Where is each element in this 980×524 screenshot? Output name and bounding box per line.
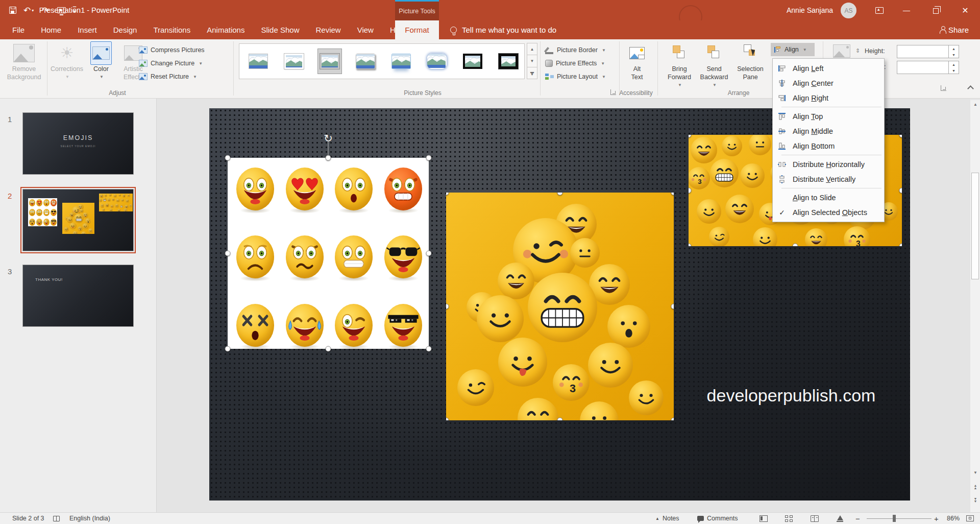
reset-picture-button[interactable]: Reset Picture▼ xyxy=(139,70,197,83)
zoom-in-button[interactable]: + xyxy=(934,513,939,524)
selection-handle[interactable] xyxy=(446,193,449,196)
language-indicator[interactable]: English (India) xyxy=(69,513,110,524)
selection-handle[interactable] xyxy=(557,418,563,421)
selection-handle[interactable] xyxy=(426,251,432,256)
vertical-scrollbar[interactable]: ▲ ▼ ▲▲ ▼▼ xyxy=(970,100,980,512)
alt-text-button[interactable]: Alt Text xyxy=(624,41,650,81)
color-button[interactable]: Color▼ xyxy=(88,41,114,81)
size-dialog-launcher-icon[interactable] xyxy=(941,85,946,91)
align-button[interactable]: Align▼ xyxy=(771,43,815,56)
picture-style-metal-frame[interactable] xyxy=(318,49,341,74)
picture-style-soft-edge[interactable] xyxy=(425,49,449,74)
selection-pane-button[interactable]: Selection Pane xyxy=(734,41,767,81)
emoji-grid-image[interactable]: ↻ xyxy=(228,158,429,349)
zoom-level[interactable]: 86% xyxy=(947,513,960,524)
selection-handle[interactable] xyxy=(225,251,231,256)
notes-button[interactable]: ▲Notes xyxy=(655,513,679,524)
picture-style-white-frame[interactable] xyxy=(282,49,306,74)
selection-handle[interactable] xyxy=(446,418,449,421)
tab-view[interactable]: View xyxy=(349,20,382,39)
menu-item-align-center[interactable]: Align Center xyxy=(773,76,884,90)
tab-review[interactable]: Review xyxy=(307,20,349,39)
selection-handle[interactable] xyxy=(426,155,432,161)
ribbon-display-options-icon[interactable] xyxy=(868,0,891,20)
send-backward-button[interactable]: Send Backward▼ xyxy=(697,41,731,89)
picture-styles-gallery[interactable] xyxy=(239,43,525,79)
tab-transitions[interactable]: Transitions xyxy=(145,20,199,39)
selection-handle[interactable] xyxy=(793,244,798,247)
selection-handle[interactable] xyxy=(671,193,674,196)
menu-item-distribute-vertically[interactable]: Distribute Vertically xyxy=(773,172,884,186)
selection-handle[interactable] xyxy=(689,188,692,194)
menu-item-align-right[interactable]: Align Right xyxy=(773,90,884,105)
menu-item-distribute-horizontally[interactable]: Distribute Horizontally xyxy=(773,157,884,172)
gallery-scroll[interactable]: ▲ ▼ ▬▼ xyxy=(527,43,537,79)
spellcheck-icon[interactable] xyxy=(53,513,60,524)
slide-thumbnail-2[interactable]: 333 xyxy=(22,189,134,251)
rotate-handle[interactable]: ↻ xyxy=(324,133,333,144)
picture-effects-button[interactable]: Picture Effects▼ xyxy=(545,57,605,69)
view-reading-icon[interactable] xyxy=(811,513,819,524)
menu-item-align-selected-objects[interactable]: ✓Align Selected Objects xyxy=(773,205,884,220)
menu-item-align-top[interactable]: Align Top xyxy=(773,109,884,124)
close-button[interactable]: ✕ xyxy=(953,0,977,20)
tab-home[interactable]: Home xyxy=(33,20,69,39)
picture-style-simple-frame[interactable] xyxy=(247,49,270,74)
avatar[interactable]: AS xyxy=(841,3,856,18)
fit-slide-icon[interactable] xyxy=(966,513,974,524)
comments-button[interactable]: Comments xyxy=(697,513,738,524)
menu-item-align-middle[interactable]: Align Middle xyxy=(773,124,884,138)
selection-handle[interactable] xyxy=(899,188,902,194)
tab-format[interactable]: Format xyxy=(395,20,439,39)
selection-handle[interactable] xyxy=(899,244,902,247)
view-sorter-icon[interactable] xyxy=(785,513,793,524)
emoji-pile-image[interactable]: 3↻ xyxy=(446,193,674,420)
menu-item-align-bottom[interactable]: Align Bottom xyxy=(773,138,884,153)
selection-handle[interactable] xyxy=(899,135,902,138)
selection-handle[interactable] xyxy=(671,418,674,421)
zoom-slider-thumb[interactable] xyxy=(893,515,896,522)
picture-style-black-frame[interactable] xyxy=(461,49,484,74)
corrections-button[interactable]: ☀ Corrections▼ xyxy=(49,41,85,81)
slide-thumbnail-3[interactable]: THANK YOU! xyxy=(22,265,134,327)
selection-handle[interactable] xyxy=(326,346,331,352)
width-field[interactable]: ▲▼ xyxy=(897,61,959,74)
picture-style-reflection[interactable] xyxy=(389,49,413,74)
user-name[interactable]: Annie Sanjana xyxy=(787,0,833,20)
height-field[interactable]: ▲▼ xyxy=(897,45,959,58)
collapse-ribbon-icon[interactable] xyxy=(967,85,974,92)
width-spinner[interactable]: ▲▼ xyxy=(948,61,959,74)
tellme-box[interactable]: Tell me what you want to do xyxy=(450,20,556,39)
change-picture-button[interactable]: Change Picture▼ xyxy=(139,57,203,69)
selection-handle[interactable] xyxy=(671,304,674,309)
view-normal-icon[interactable] xyxy=(760,513,768,524)
selection-handle[interactable] xyxy=(557,193,563,196)
picture-border-button[interactable]: Picture Border▼ xyxy=(545,44,606,56)
remove-background-button[interactable]: Remove Background xyxy=(3,41,45,81)
tab-design[interactable]: Design xyxy=(105,20,145,39)
selection-handle[interactable] xyxy=(326,155,331,161)
tab-slide-show[interactable]: Slide Show xyxy=(253,20,307,39)
zoom-out-button[interactable]: − xyxy=(855,513,860,524)
picture-style-black-frame-thick[interactable] xyxy=(497,49,520,74)
tab-animations[interactable]: Animations xyxy=(199,20,253,39)
zoom-slider[interactable] xyxy=(867,513,932,524)
compress-pictures-button[interactable]: Compress Pictures xyxy=(139,44,205,56)
selection-handle[interactable] xyxy=(225,155,231,161)
scrollbar-thumb[interactable] xyxy=(971,173,979,279)
bring-forward-button[interactable]: Bring Forward▼ xyxy=(664,41,695,89)
menu-item-align-to-slide[interactable]: Align to Slide xyxy=(773,190,884,205)
picture-layout-button[interactable]: Picture Layout▼ xyxy=(545,70,606,83)
picture-style-drop-shadow[interactable] xyxy=(354,49,377,74)
tab-insert[interactable]: Insert xyxy=(69,20,105,39)
share-button[interactable]: Share xyxy=(940,20,969,39)
slide-thumbnail-1[interactable]: EMOJISSELECT YOUR EMOJI xyxy=(22,112,134,175)
slide-indicator[interactable]: Slide 2 of 3 xyxy=(12,513,44,524)
selection-handle[interactable] xyxy=(426,346,432,352)
selection-handle[interactable] xyxy=(225,346,231,352)
selection-handle[interactable] xyxy=(689,244,692,247)
minimize-button[interactable]: — xyxy=(895,0,918,20)
view-slideshow-icon[interactable] xyxy=(836,513,844,524)
selection-handle[interactable] xyxy=(446,304,449,309)
height-spinner[interactable]: ▲▼ xyxy=(948,45,959,58)
